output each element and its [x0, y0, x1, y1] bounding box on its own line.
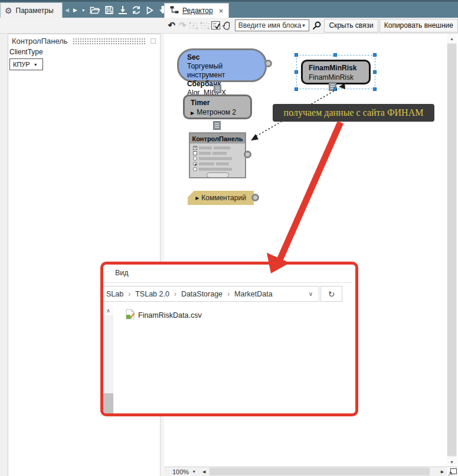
canvas-statusbar: 100% ▼ ◀ ▶	[164, 467, 447, 476]
ungroup-blocks-icon	[200, 22, 210, 30]
file-item-finamriskdata[interactable]: FinamRiskData.csv	[126, 309, 202, 321]
save-icon[interactable]	[104, 5, 114, 15]
scrollbar-thumb[interactable]	[103, 393, 113, 416]
play-marker-icon: ▶	[195, 195, 199, 201]
undo-button[interactable]: ↶	[166, 19, 176, 32]
group-blocks-button[interactable]	[188, 19, 199, 32]
scroll-down-icon: ▼	[450, 460, 454, 464]
editor-toolbar: ↶ ↷ Введите имя блока ▼ Скрыть связи Коп…	[0, 18, 458, 34]
dropdown-caret-icon: ▼	[34, 63, 38, 67]
block-timer[interactable]: Timer ▶Метроном 2	[183, 94, 252, 119]
scroll-up-icon[interactable]: ∧	[103, 306, 113, 315]
zoom-caret-icon[interactable]: ▼	[192, 470, 196, 474]
zoom-level-value[interactable]: 100%	[172, 468, 189, 475]
main-toolbar: ◀ ▶ ▼	[65, 4, 168, 17]
selection-handle[interactable]	[333, 53, 337, 57]
search-block-button[interactable]	[312, 19, 322, 32]
fit-to-window-icon	[449, 468, 457, 475]
scroll-up-button[interactable]: ▲	[447, 34, 457, 43]
ungroup-blocks-button[interactable]	[199, 19, 210, 32]
scroll-right-button[interactable]: ▶	[438, 467, 447, 476]
breadcrumb-separator-icon: ›	[174, 290, 176, 298]
group-title: КонтролПанель	[12, 37, 68, 45]
note-icon[interactable]	[213, 121, 221, 130]
selection-handle[interactable]	[333, 87, 337, 91]
parameters-tab-label: Параметры	[16, 6, 54, 15]
output-port[interactable]	[244, 151, 251, 158]
clienttype-dropdown-value: КПУР	[13, 61, 30, 68]
block-finamminrisk[interactable]: FinamMinRisk FinamMinRisk	[301, 60, 371, 84]
selection-handle[interactable]	[295, 70, 298, 74]
validate-list-button[interactable]	[211, 19, 221, 32]
redo-button[interactable]: ↷	[177, 19, 187, 32]
nav-back-icon[interactable]: ◀	[65, 7, 69, 13]
scroll-left-button[interactable]: ◀	[199, 467, 208, 476]
combo-caret-icon[interactable]: ▼	[302, 23, 306, 28]
scroll-up-icon: ▲	[450, 37, 454, 41]
canvas-horizontal-scrollbar[interactable]	[208, 467, 438, 476]
clienttype-label: ClientType	[9, 48, 43, 56]
block-name-combobox[interactable]: Введите имя блока ▼	[235, 19, 310, 31]
selection-handle[interactable]	[295, 53, 298, 57]
redo-icon: ↷	[179, 20, 187, 31]
scroll-down-button[interactable]: ▼	[447, 457, 457, 467]
play-marker-icon: ▶	[191, 110, 194, 116]
breadcrumb-item[interactable]: SLab	[106, 290, 123, 298]
breadcrumb-separator-icon: ›	[227, 290, 230, 298]
scrollbar-thumb[interactable]	[447, 44, 456, 456]
parameters-panel-gutter	[0, 34, 8, 476]
explorer-view-menu[interactable]: Вид	[115, 269, 129, 277]
timer-block-line2: ▶Метроном 2	[191, 107, 250, 118]
sync-icon[interactable]	[132, 5, 141, 15]
preview-button	[207, 172, 229, 178]
explorer-scrollbar[interactable]: ∧	[103, 306, 113, 413]
import-download-icon[interactable]	[118, 5, 127, 15]
file-explorer-callout: Вид SLab › TSLab 2.0 › DataStorage › Mar…	[100, 262, 358, 416]
nav-forward-icon[interactable]: ▶	[73, 7, 77, 13]
output-port[interactable]	[264, 60, 272, 67]
breadcrumb-item[interactable]: TSLab 2.0	[135, 290, 169, 298]
canvas-vertical-scrollbar[interactable]: ▲ ▼	[447, 34, 457, 467]
csv-file-icon	[126, 309, 135, 321]
drag-dots-texture	[73, 38, 146, 44]
explorer-address-bar[interactable]: SLab › TSLab 2.0 › DataStorage › MarketD…	[100, 286, 319, 302]
hide-links-button[interactable]: Скрыть связи	[324, 19, 378, 32]
timer-block-name: Timer	[191, 98, 250, 107]
selection-handle[interactable]	[373, 70, 377, 74]
scrollbar-thumb[interactable]	[210, 468, 430, 475]
scroll-right-icon: ▶	[441, 470, 444, 474]
run-play-icon[interactable]	[145, 6, 154, 15]
tslab-app-window: ⚙ Параметры ◀ ▶ ▼	[0, 0, 458, 476]
breadcrumb-item[interactable]: MarketData	[234, 290, 273, 298]
block-comment[interactable]: ▶ Комментарий	[188, 191, 254, 205]
tab-editor[interactable]: Редактор ×	[164, 3, 229, 18]
sec-block-name: Sec	[187, 53, 260, 62]
refresh-button[interactable]: ↻	[320, 286, 342, 302]
block-control-panel[interactable]: КонтролПанель ✕	[189, 132, 246, 178]
chevron-down-icon[interactable]: ∨	[309, 291, 313, 297]
output-port[interactable]	[251, 194, 259, 201]
block-sec[interactable]: Sec Торгуемый инструмент Сбербанк Alor_M…	[177, 48, 267, 82]
control-panel-preview: ✕	[190, 144, 245, 179]
nav-dropdown-icon[interactable]: ▼	[81, 8, 86, 12]
control-panel-group-header[interactable]: КонтролПанель	[12, 36, 156, 45]
pan-hand-button[interactable]	[221, 19, 231, 32]
selection-handle[interactable]	[295, 87, 298, 91]
editor-tab-label: Редактор	[182, 6, 213, 15]
block-name-combo-value: Введите имя блока	[238, 21, 302, 30]
group-blocks-icon	[189, 22, 198, 30]
selection-handle[interactable]	[373, 53, 377, 57]
open-folder-icon[interactable]	[90, 5, 100, 15]
note-icon[interactable]	[214, 84, 221, 93]
selection-handle[interactable]	[373, 87, 377, 91]
finam-block-line2: FinamMinRisk	[309, 73, 369, 82]
breadcrumb-separator-icon: ›	[128, 290, 130, 298]
finam-block-name: FinamMinRisk	[309, 63, 369, 73]
close-icon[interactable]: ×	[219, 6, 224, 15]
breadcrumb-item[interactable]: DataStorage	[181, 290, 223, 298]
copy-external-button[interactable]: Копировать внешние	[380, 19, 458, 32]
clienttype-dropdown[interactable]: КПУР ▼	[9, 58, 43, 70]
tab-parameters[interactable]: ⚙ Параметры	[0, 2, 63, 18]
fit-to-window-button[interactable]	[447, 467, 458, 476]
group-collapse-box[interactable]	[151, 38, 156, 44]
